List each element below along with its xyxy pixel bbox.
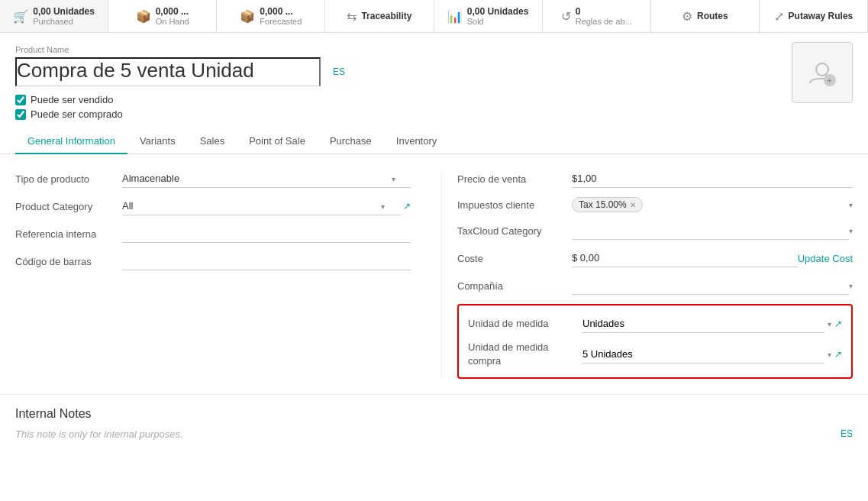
unidad-medida-arrow-icon: ▾ [828, 320, 831, 328]
refresh-icon: ↺ [561, 9, 571, 24]
traceability-icon: ⇆ [347, 9, 357, 24]
field-referencia-interna-input[interactable] [122, 225, 411, 243]
checkboxes: Puede ser vendido Puede ser comprado [15, 94, 853, 120]
right-column: Precio de venta Impuestos cliente Tax 15… [441, 170, 853, 379]
field-coste-value [572, 249, 798, 267]
field-impuestos-cliente: Impuestos cliente Tax 15.00% ✕ ▾ [457, 197, 853, 212]
tab-inventory[interactable]: Inventory [384, 129, 449, 154]
stat-sold-value: 0,00 Unidades [467, 6, 529, 17]
stat-on-hand[interactable]: 📦 0,000 ... On Hand [108, 0, 217, 32]
forecast-icon: 📦 [240, 9, 255, 24]
field-unidad-medida-compra-select[interactable]: 5 Unidades [582, 345, 824, 364]
product-header: Product Name ES + Puede ser vendido Pued… [0, 33, 868, 120]
product-lang-badge[interactable]: ES [333, 66, 345, 77]
field-compania: Compañía ▾ [457, 276, 853, 295]
stat-traceability-value: Traceability [361, 11, 411, 21]
field-product-category-select[interactable]: All [122, 197, 400, 215]
field-coste-input[interactable] [572, 249, 798, 267]
stat-routes-value: Routes [697, 11, 728, 21]
product-image-box[interactable]: + [792, 42, 853, 103]
field-precio-venta-label: Precio de venta [457, 173, 572, 185]
stat-reglas-value: 0 [576, 6, 632, 17]
tab-general-information[interactable]: General Information [15, 129, 127, 154]
field-product-category: Product Category All ▾ ↗ [15, 197, 411, 215]
field-unidad-medida-compra-label: Unidad de medida compra [468, 341, 582, 368]
stat-purchased-value: 0,00 Unidades [33, 6, 95, 17]
field-coste-label: Coste [457, 253, 572, 264]
field-referencia-interna: Referencia interna [15, 225, 411, 243]
update-cost-button[interactable]: Update Cost [798, 253, 853, 264]
highlight-box: Unidad de medida Unidades ▾ ↗ Unidad de … [457, 304, 853, 379]
taxcloud-arrow-icon: ▾ [849, 227, 853, 235]
field-unidad-medida-value: Unidades ▾ ↗ [582, 315, 842, 333]
stat-sold[interactable]: 📊 0,00 Unidades Sold [434, 0, 543, 32]
tax-badge-label: Tax 15.00% [579, 199, 627, 210]
field-precio-venta-input[interactable] [572, 170, 853, 188]
field-impuestos-cliente-label: Impuestos cliente [457, 199, 572, 211]
stat-routes[interactable]: ⚙ Routes [651, 0, 760, 32]
field-codigo-barras-input[interactable] [122, 252, 411, 270]
field-precio-venta: Precio de venta [457, 170, 853, 188]
field-unidad-medida-select[interactable]: Unidades [582, 315, 824, 333]
field-referencia-interna-label: Referencia interna [15, 228, 122, 240]
stat-on-hand-value: 0,000 ... [156, 6, 189, 17]
field-compania-value: ▾ [572, 276, 853, 295]
field-compania-label: Compañía [457, 280, 572, 292]
field-product-category-wrapper: All ▾ [122, 197, 400, 215]
checkbox-vendido-input[interactable] [15, 95, 26, 105]
tax-badge-remove-button[interactable]: ✕ [630, 201, 636, 209]
field-tipo-producto: Tipo de producto Almacenable Consumible … [15, 170, 411, 188]
field-taxcloud-category-value: ▾ [572, 221, 853, 240]
stat-forecasted-value: 0,000 ... [260, 6, 302, 17]
stat-traceability[interactable]: ⇆ Traceability [325, 0, 434, 32]
field-coste: Coste Update Cost [457, 249, 853, 267]
unidad-medida-external-link-icon[interactable]: ↗ [834, 318, 842, 329]
tab-variants[interactable]: Variants [127, 129, 188, 154]
internal-notes-section: Internal Notes This note is only for int… [0, 394, 868, 455]
box-icon: 📦 [136, 9, 151, 24]
gear-icon: ⚙ [682, 9, 692, 24]
product-category-external-link-icon[interactable]: ↗ [403, 201, 411, 212]
internal-notes-placeholder[interactable]: This note is only for internal purposes. [15, 428, 853, 440]
field-precio-venta-value [572, 170, 853, 188]
cart-icon: 🛒 [13, 9, 28, 24]
unidad-medida-compra-external-link-icon[interactable]: ↗ [834, 349, 842, 360]
tab-purchase[interactable]: Purchase [318, 129, 384, 154]
field-compania-select[interactable] [572, 276, 849, 295]
stat-reglas-label: Reglas de ab... [576, 17, 632, 26]
stat-sold-label: Sold [467, 17, 529, 26]
stat-on-hand-label: On Hand [156, 17, 189, 26]
stat-putaway[interactable]: ⤢ Putaway Rules [760, 0, 868, 32]
field-codigo-barras: Código de barras [15, 252, 411, 270]
product-name-input[interactable] [15, 57, 321, 86]
checkbox-vendido-label: Puede ser vendido [31, 94, 113, 105]
notes-lang-badge[interactable]: ES [841, 428, 853, 439]
internal-notes-area: This note is only for internal purposes.… [15, 428, 853, 440]
impuestos-dropdown-arrow-icon: ▾ [849, 201, 853, 209]
field-codigo-barras-value [122, 252, 411, 270]
left-column: Tipo de producto Almacenable Consumible … [15, 170, 441, 379]
stat-purchased[interactable]: 🛒 0,00 Unidades Purchased [0, 0, 108, 32]
stat-forecasted[interactable]: 📦 0,000 ... Forecasted [217, 0, 325, 32]
tab-sales[interactable]: Sales [188, 129, 237, 154]
stat-reglas[interactable]: ↺ 0 Reglas de ab... [543, 0, 651, 32]
stat-putaway-value: Putaway Rules [789, 11, 853, 21]
tab-point-of-sale[interactable]: Point of Sale [237, 129, 318, 154]
compania-arrow-icon: ▾ [849, 282, 853, 290]
field-tipo-producto-label: Tipo de producto [15, 173, 122, 185]
checkbox-comprado[interactable]: Puede ser comprado [15, 108, 853, 120]
svg-point-0 [816, 63, 828, 76]
checkbox-vendido[interactable]: Puede ser vendido [15, 94, 853, 105]
field-unidad-medida-compra-value: 5 Unidades ▾ ↗ [582, 345, 842, 364]
unidad-medida-compra-arrow-icon: ▾ [828, 351, 831, 359]
field-taxcloud-category-select[interactable] [572, 221, 849, 240]
tabs: General Information Variants Sales Point… [0, 129, 868, 154]
internal-notes-title: Internal Notes [15, 407, 853, 421]
field-tipo-producto-select[interactable]: Almacenable Consumible Servicio [122, 170, 411, 188]
putaway-icon: ⤢ [774, 9, 784, 24]
field-codigo-barras-label: Código de barras [15, 256, 122, 267]
checkbox-comprado-input[interactable] [15, 109, 26, 120]
field-impuestos-cliente-value: Tax 15.00% ✕ ▾ [572, 197, 853, 212]
svg-text:+: + [827, 76, 832, 86]
field-referencia-interna-value [122, 225, 411, 243]
